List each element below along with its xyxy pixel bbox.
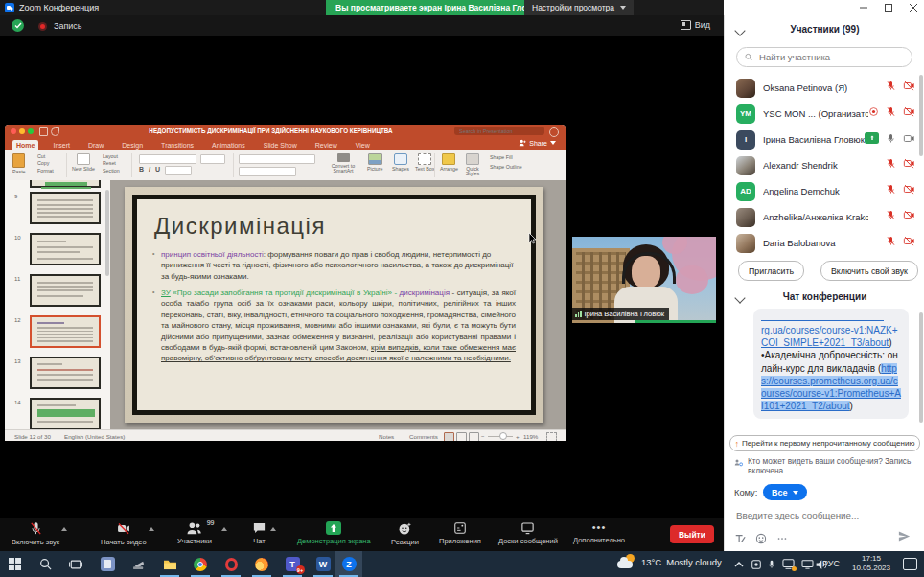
chevron-up-icon[interactable] (221, 527, 227, 531)
copy-button[interactable]: Copy (37, 161, 49, 167)
view-button[interactable]: Вид (681, 20, 710, 30)
minimize-button[interactable] (859, 3, 868, 12)
zoom-percent[interactable]: 119% (523, 433, 538, 440)
slide-thumb-9[interactable] (30, 192, 101, 224)
taskbar-clock[interactable]: 17:15 10.05.2023 (849, 554, 893, 574)
slide-thumb-13[interactable] (30, 357, 101, 389)
tray-expand-chevron[interactable] (730, 556, 748, 573)
chat-button[interactable]: Чат (252, 521, 266, 545)
tab-draw[interactable]: Draw (84, 140, 107, 150)
ppt-share-button[interactable]: Share (519, 139, 556, 147)
share-screen-button[interactable]: Демонстрация экрана (297, 521, 371, 545)
teams-icon[interactable]: T9+ (284, 556, 301, 573)
italic-button[interactable]: I (149, 166, 150, 175)
zoom-slider-thumb[interactable] (499, 432, 507, 440)
action-center-icon[interactable] (903, 558, 917, 570)
tray-notification-icon[interactable] (779, 556, 797, 573)
file-explorer-icon[interactable] (161, 556, 178, 573)
participant-row[interactable]: Oksana Petinova (Я) (725, 75, 924, 101)
tab-review[interactable]: Review (312, 140, 341, 150)
invite-button[interactable]: Пригласить (738, 261, 804, 281)
participant-search-input[interactable] (757, 51, 904, 63)
taskbar-weather[interactable]: 13°C Mostly cloudy (617, 554, 722, 569)
chat-message-input[interactable] (734, 509, 916, 521)
save-icon[interactable] (39, 127, 48, 136)
unmute-self-button[interactable]: Включить свой звук (820, 261, 918, 281)
participant-row[interactable]: YM YSC MON ... (Организатор) (725, 101, 924, 127)
language-status[interactable]: English (United States) (64, 433, 125, 440)
emoji-icon[interactable] (755, 533, 767, 544)
mac-minimize-button[interactable] (19, 128, 25, 134)
mac-zoom-button[interactable] (28, 128, 34, 134)
start-button[interactable] (6, 556, 23, 573)
slide-sorter-view-button[interactable] (456, 432, 467, 441)
zoom-out-button[interactable]: − (481, 433, 485, 440)
reset-button[interactable]: Reset (103, 161, 116, 167)
thumbnail-scrollbar[interactable] (105, 190, 109, 276)
chat-scrollbar[interactable] (919, 312, 923, 423)
slide-thumb-12-selected[interactable] (30, 315, 101, 348)
tab-design[interactable]: Design (118, 140, 147, 150)
notes-toggle[interactable]: Notes (379, 433, 394, 440)
participant-row[interactable]: Alexandr Shendrik (725, 152, 924, 178)
paste-button[interactable]: Paste (12, 153, 26, 174)
tray-mic-icon[interactable] (763, 556, 780, 573)
zoom-in-button[interactable]: + (516, 433, 520, 440)
chevron-up-icon[interactable] (61, 527, 67, 531)
tab-slideshow[interactable]: Slide Show (260, 140, 301, 150)
shapes-button[interactable]: Shapes (392, 153, 409, 172)
task-view-icon[interactable] (67, 556, 84, 573)
convert-smartart-button[interactable]: Convert to SmartArt (327, 153, 359, 174)
new-slide-button[interactable]: New Slide (72, 153, 95, 172)
slide-thumb-14[interactable] (30, 398, 101, 429)
format-text-icon[interactable] (734, 533, 746, 544)
participants-button[interactable]: 99 Участники (177, 521, 212, 545)
format-button[interactable]: Format (37, 169, 54, 174)
firefox-icon[interactable] (253, 556, 270, 573)
mac-close-button[interactable] (11, 128, 16, 134)
textbox-button[interactable]: Text Box (415, 153, 434, 172)
more-options-icon[interactable] (776, 533, 788, 544)
participants-scrollbar[interactable] (919, 75, 923, 156)
scanner-app-icon[interactable] (99, 556, 116, 573)
close-button[interactable] (909, 3, 918, 12)
layout-button[interactable]: Layout (103, 154, 118, 160)
cut-button[interactable]: Cut (37, 154, 45, 160)
quick-styles-button[interactable]: Quick Styles (461, 153, 484, 177)
opera-icon[interactable] (222, 556, 240, 573)
shape-fill-button[interactable]: Shape Fill (490, 155, 522, 161)
undo-icon[interactable] (51, 127, 59, 136)
font-effects-group[interactable] (165, 166, 192, 175)
tab-transitions[interactable]: Transitions (157, 140, 197, 150)
tab-home[interactable]: Home (12, 140, 38, 150)
slide-thumb-11[interactable] (30, 274, 101, 307)
fax-app-icon[interactable] (130, 556, 148, 573)
whiteboards-button[interactable]: Доски сообщений (498, 521, 558, 545)
chevron-up-icon[interactable] (149, 527, 154, 531)
zoom-taskbar-icon[interactable]: Z (340, 556, 358, 573)
participant-row[interactable]: I Ірина Василівна Гловюк (725, 127, 924, 152)
paragraph-group-row2[interactable] (239, 167, 296, 176)
arrange-button[interactable]: Arrange (440, 153, 458, 172)
chat-link[interactable]: rg.ua/courses/course-v1:NAZK+COI_SIMPLE+… (761, 325, 898, 348)
chrome-icon[interactable] (192, 556, 209, 573)
language-indicator[interactable]: РУС (822, 559, 840, 568)
unmute-button[interactable]: Включить звук (12, 521, 59, 546)
picture-button[interactable]: Picture (367, 153, 383, 172)
shape-outline-button[interactable]: Shape Outline (490, 165, 522, 171)
leave-meeting-button[interactable]: Выйти (670, 525, 714, 543)
font-name-select[interactable] (139, 154, 196, 164)
participant-search[interactable] (736, 47, 912, 67)
taskbar-search-icon[interactable] (36, 556, 54, 573)
word-icon[interactable]: W (314, 556, 332, 573)
more-button[interactable]: ••• Дополнительно (573, 521, 625, 544)
send-message-icon[interactable] (897, 529, 912, 543)
slideshow-view-button[interactable] (469, 432, 479, 441)
ppt-search-box[interactable] (454, 127, 544, 135)
bold-button[interactable]: B (139, 166, 144, 175)
ppt-search-input[interactable] (457, 127, 542, 135)
underline-button[interactable]: U (155, 166, 160, 175)
recipient-dropdown[interactable]: Все (763, 484, 807, 500)
comments-toggle[interactable]: Comments (409, 433, 438, 440)
slide-thumb-8[interactable] (30, 180, 101, 188)
